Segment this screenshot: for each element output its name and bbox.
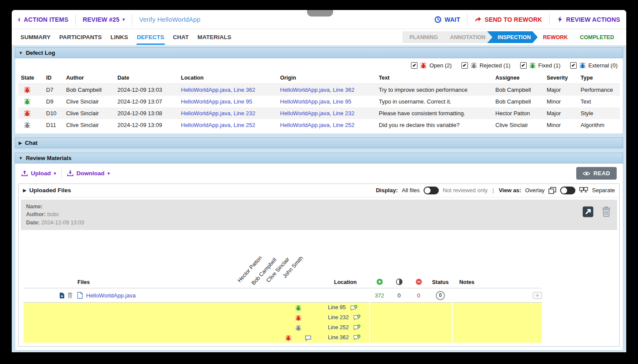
checkbox-checked[interactable]: ✔ [520,62,527,69]
tab-bar: SUMMARY PARTICIPANTS LINKS DEFECTS CHAT … [12,29,626,45]
file-date-value: 2024-12-09 13:03 [41,220,84,226]
defect-location-link[interactable]: HelloWorldApp.java, Line 232 [181,110,255,117]
lightning-bolt-icon [557,16,563,23]
defect-origin-link[interactable]: HelloWorldApp.java, Line 252 [280,122,354,128]
file-name-link[interactable]: HelloWorldApp.java [86,292,136,299]
add-comment-icon[interactable] [350,305,357,311]
wait-button[interactable]: WAIT [434,16,460,23]
defect-text: Typo in username. Correct it. [376,96,493,107]
defect-origin-link[interactable]: HelloWorldApp.java, Line 232 [280,110,354,117]
defect-location-link[interactable]: HelloWorldApp.java, Line 362 [181,87,255,93]
bug-rejected-marker-icon[interactable] [295,325,301,331]
marker-line-link[interactable]: Line 95 [328,304,346,311]
workflow-step-planning: PLANNING [402,31,444,43]
collapse-arrow-icon: ▶ [19,140,22,145]
checkbox-checked[interactable]: ✔ [461,62,468,69]
collapse-arrow-icon: ▼ [19,50,23,55]
bug-rejected-icon [471,62,477,69]
redo-arrow-icon [474,16,481,23]
add-comment-icon[interactable] [353,334,361,341]
defect-log-title: Defect Log [26,50,55,56]
defect-row[interactable]: D9 Clive Sinclair 2024-12-09 13:07 Hello… [18,96,620,107]
filter-open[interactable]: ✔ Open (2) [411,62,451,69]
tab-materials[interactable]: MATERIALS [197,30,232,45]
view-mode-toggle[interactable] [560,187,575,194]
notes-column-header: Notes [452,274,542,288]
overlay-view-icon[interactable] [548,187,556,194]
upload-button[interactable]: Upload ▾ [21,170,56,177]
uploaded-files-toggle[interactable]: ▶ Uploaded Files [23,187,71,194]
tab-chat[interactable]: CHAT [173,30,190,45]
marker-line-link[interactable]: Line 252 [328,324,349,331]
filter-external[interactable]: ✔ External (0) [570,62,618,69]
files-table: Files Location Status Notes [23,274,542,343]
add-note-button[interactable] [533,292,542,299]
separate-view-icon[interactable] [579,187,588,194]
checkbox-checked[interactable]: ✔ [570,62,577,69]
files-table-header-row: Files Location Status Notes [23,274,542,288]
file-row-actions [54,292,73,299]
divider [61,169,62,178]
defect-date: 2024-12-09 13:09 [115,119,178,131]
defect-row[interactable]: D10 Clive Sinclair 2024-12-09 13:08 Hell… [18,107,620,119]
review-materials-body: Upload ▾ Download ▾ READ [15,164,623,351]
bug-open-marker-icon[interactable] [295,315,301,321]
checkbox-checked[interactable]: ✔ [411,62,418,69]
defect-location-link[interactable]: HelloWorldApp.java, Line 95 [181,98,252,105]
chat-header[interactable]: ▶ Chat [15,137,623,148]
review-materials-header[interactable]: ▼ Review Materials [15,153,623,164]
filter-fixed[interactable]: ✔ Fixed (1) [520,62,561,69]
defect-table-header-row: State ID Author Date Location Origin Tex… [18,73,620,84]
defect-log-body: ✔ Open (2) ✔ Rejected (1) ✔ Fixed (1) [15,58,623,134]
trash-icon[interactable] [67,292,73,298]
col-severity: Severity [544,73,578,84]
overlay-label: Overlay [525,187,544,194]
defect-origin-link[interactable]: HelloWorldApp.java, Line 95 [280,98,351,105]
trash-icon[interactable] [601,206,611,217]
not-reviewed-label: Not reviewed only [443,187,488,194]
defect-origin-link[interactable]: HelloWorldApp.java, Line 362 [280,87,354,93]
defect-location-link[interactable]: HelloWorldApp.java, Line 252 [181,122,255,128]
back-to-action-items-button[interactable]: ‹ ACTION ITEMS [18,16,68,23]
col-id: ID [43,73,63,84]
filter-rejected[interactable]: ✔ Rejected (1) [461,62,511,69]
defect-marker-row: Line 252 [23,323,542,333]
display-filter-toggle[interactable] [424,187,439,194]
workflow-step-completed: COMPLETED [570,31,621,43]
status-badge: 0 [436,291,445,300]
file-author-label: Author: [26,211,46,217]
defect-row[interactable]: D7 Bob Campbell 2024-12-09 13:03 HelloWo… [18,84,620,96]
tab-links[interactable]: LINKS [110,30,129,45]
review-actions-button[interactable]: REVIEW ACTIONS [557,16,620,23]
bug-fixed-marker-icon[interactable] [295,305,301,311]
marker-line-link[interactable]: Line 232 [328,314,349,321]
col-location: Location [178,73,277,84]
add-comment-icon[interactable] [353,314,361,321]
all-files-label: All files [402,187,420,194]
defect-severity: Major [544,107,578,119]
review-number-dropdown[interactable]: REVIEW #25 ▾ [83,16,125,23]
file-row[interactable]: HelloWorldApp.java 372 0 0 0 [23,288,542,303]
toggle-knob [424,187,431,194]
review-number-label: REVIEW #25 [83,16,119,23]
download-button[interactable]: Download ▾ [67,170,110,177]
lines-added-value: 372 [370,288,389,303]
read-button[interactable]: READ [576,167,617,180]
defect-author: Clive Sinclair [63,96,115,107]
tab-participants[interactable]: PARTICIPANTS [59,30,102,45]
display-label: Display: [376,187,398,194]
open-external-icon[interactable] [582,206,594,217]
send-to-rework-button[interactable]: SEND TO REWORK [474,16,542,23]
add-comment-icon[interactable] [353,324,361,331]
review-title[interactable]: Verify HelloWorldApp [139,16,200,23]
file-info-actions [582,206,611,217]
defect-row[interactable]: D11 Clive Sinclair 2024-12-09 13:09 Hell… [18,119,620,131]
comment-bubble-icon[interactable] [305,335,311,341]
marker-line-link[interactable]: Line 362 [328,334,349,341]
tab-defects[interactable]: DEFECTS [137,30,165,45]
bug-open-marker-icon[interactable] [285,335,291,341]
defect-log-section: ▼ Defect Log ✔ Open (2) ✔ Rejected (1) [15,47,623,134]
defect-log-header[interactable]: ▼ Defect Log [15,47,623,58]
tab-summary[interactable]: SUMMARY [20,30,51,45]
download-file-icon[interactable] [59,292,65,299]
